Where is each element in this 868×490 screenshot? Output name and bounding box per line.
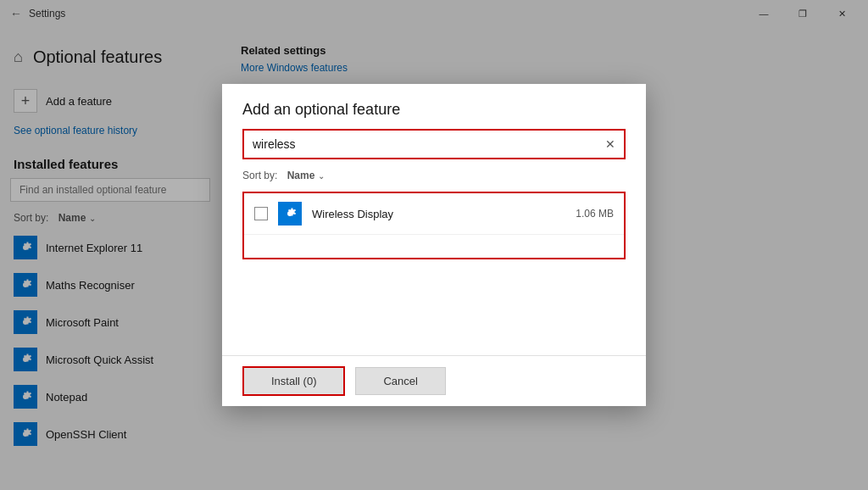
cancel-button[interactable]: Cancel — [355, 367, 445, 395]
dialog-sort-value[interactable]: Name — [287, 170, 315, 181]
install-button[interactable]: Install (0) — [242, 366, 345, 396]
result-checkbox[interactable] — [254, 207, 268, 220]
dialog-body: ✕ Sort by: Name ⌄ Wireless Display 1.06 … — [222, 129, 646, 355]
result-icon — [278, 202, 302, 226]
dialog-title: Add an optional feature — [222, 84, 646, 129]
dialog-footer: Install (0) Cancel — [222, 355, 646, 406]
dialog-sort-label: Sort by: — [242, 170, 277, 181]
search-box-container: ✕ — [242, 129, 626, 159]
dialog-sort-chevron: ⌄ — [318, 171, 325, 181]
results-container: Wireless Display 1.06 MB — [242, 192, 626, 259]
search-clear-button[interactable]: ✕ — [597, 132, 624, 156]
result-name: Wireless Display — [312, 208, 565, 220]
dialog-sort-row: Sort by: Name ⌄ — [242, 170, 626, 181]
result-size: 1.06 MB — [576, 208, 614, 220]
dialog-overlay: Add an optional feature ✕ Sort by: Name … — [0, 0, 868, 490]
result-item: Wireless Display 1.06 MB — [244, 193, 624, 235]
add-feature-dialog: Add an optional feature ✕ Sort by: Name … — [222, 84, 646, 406]
dialog-search-input[interactable] — [244, 131, 597, 158]
